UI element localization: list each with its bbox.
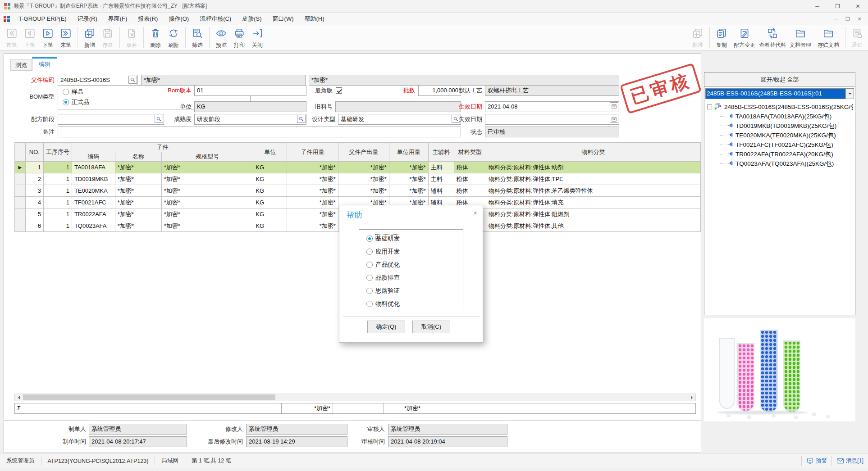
maturity-input[interactable]: 研发阶段 bbox=[194, 114, 306, 125]
parent-code-input[interactable]: 2485B-ESS-0016S bbox=[58, 75, 138, 86]
latest-version-checkbox[interactable] bbox=[336, 87, 342, 94]
table-cell[interactable]: 主料 bbox=[428, 162, 454, 173]
table-cell[interactable]: 粉体 bbox=[454, 173, 486, 185]
menu-item-5[interactable]: 操作(O) bbox=[163, 13, 194, 25]
table-cell[interactable]: *加密* bbox=[161, 185, 253, 197]
menu-item-8[interactable]: 窗口(W) bbox=[267, 13, 299, 25]
table-cell[interactable]: *加密* bbox=[389, 173, 428, 185]
mdi-close-icon[interactable]: ✕ bbox=[854, 16, 865, 22]
table-cell[interactable]: 粉体 bbox=[454, 162, 486, 173]
scroll-right-icon[interactable] bbox=[688, 394, 695, 401]
table-cell[interactable]: 主料 bbox=[428, 173, 454, 185]
maturity-lookup-button[interactable] bbox=[297, 115, 306, 123]
table-cell[interactable]: *加密* bbox=[115, 173, 161, 185]
menu-item-1[interactable]: T-GROUP ERP(E) bbox=[13, 13, 72, 25]
table-cell[interactable]: *加密* bbox=[338, 185, 389, 197]
table-cell[interactable]: *加密* bbox=[287, 220, 338, 232]
table-cell[interactable]: *加密* bbox=[389, 162, 428, 173]
menu-item-6[interactable]: 流程审核(C) bbox=[194, 13, 237, 25]
bom-version-combo[interactable]: 2485B-ESS-0016S(2485B-ESS-0016S):01 bbox=[705, 88, 854, 99]
batch-input[interactable]: 1,000.000 bbox=[418, 85, 461, 96]
table-cell[interactable]: 3 bbox=[25, 185, 43, 197]
table-cell[interactable]: KG bbox=[253, 208, 287, 220]
table-cell[interactable]: 4 bbox=[25, 197, 43, 208]
table-cell[interactable]: *加密* bbox=[287, 197, 338, 208]
table-cell[interactable]: 物料分类:原材料:弹性体:助剂 bbox=[486, 162, 700, 173]
toolbar-view-substitute-button[interactable]: 查看替代料 bbox=[758, 25, 786, 49]
dialog-cancel-button[interactable]: 取消(C) bbox=[412, 321, 450, 333]
parent-code-lookup-button[interactable] bbox=[128, 76, 137, 84]
toolbar-doc-manage-button[interactable]: 文档管理 bbox=[786, 25, 814, 49]
table-cell[interactable]: *加密* bbox=[115, 208, 161, 220]
table-cell[interactable]: 5 bbox=[25, 208, 43, 220]
formula-stage-input[interactable] bbox=[58, 114, 164, 125]
table-cell[interactable]: *加密* bbox=[389, 185, 428, 197]
table-cell[interactable]: 物料分类:原材料:弹性体:其他 bbox=[486, 220, 700, 232]
expire-date-input[interactable] bbox=[485, 114, 619, 125]
table-cell[interactable]: 6 bbox=[25, 220, 43, 232]
table-cell[interactable]: KG bbox=[253, 162, 287, 173]
formula-stage-lookup-button[interactable] bbox=[155, 115, 163, 123]
table-cell[interactable]: *加密* bbox=[115, 220, 161, 232]
table-cell[interactable]: KG bbox=[253, 220, 287, 232]
effective-date-input[interactable]: 2021-04-08 bbox=[485, 101, 619, 112]
toolbar-refresh-button[interactable]: 刷新 bbox=[164, 25, 183, 49]
mdi-restore-icon[interactable]: ❐ bbox=[842, 16, 854, 22]
table-row[interactable]: 21TD0019MKB*加密**加密*KG*加密**加密**加密*主料粉体物料分… bbox=[15, 173, 701, 185]
scroll-left-icon[interactable] bbox=[15, 394, 23, 401]
combo-dropdown-icon[interactable] bbox=[845, 89, 854, 99]
menu-item-3[interactable]: 界面(F) bbox=[103, 13, 133, 25]
tree-item[interactable]: TD0019MKB(TD0019MKB)(25KG/包) bbox=[706, 121, 853, 131]
toolbar-doc-store-button[interactable]: 存贮文档 bbox=[814, 25, 842, 49]
collapse-icon[interactable] bbox=[707, 104, 712, 109]
table-cell[interactable]: 1 bbox=[43, 162, 72, 173]
window-close-button[interactable]: ✕ bbox=[848, 0, 868, 13]
table-cell[interactable]: 物料分类:原材料:弹性体:阻燃剂 bbox=[486, 208, 700, 220]
table-cell[interactable]: TE0020MKA bbox=[72, 185, 115, 197]
tree-item[interactable]: TR0022AFA(TR0022AFA)(20KG/包) bbox=[706, 149, 853, 159]
table-row[interactable]: 31TE0020MKA*加密**加密*KG*加密**加密**加密*辅料粉体物料分… bbox=[15, 185, 701, 197]
table-cell[interactable]: KG bbox=[253, 185, 287, 197]
dialog-option-4[interactable]: 品质排查 bbox=[366, 274, 463, 282]
table-cell[interactable]: *加密* bbox=[287, 185, 338, 197]
scrollbar-thumb[interactable] bbox=[23, 394, 275, 400]
table-cell[interactable]: *加密* bbox=[161, 197, 253, 208]
table-cell[interactable]: TR0022AFA bbox=[72, 208, 115, 220]
table-cell[interactable]: *加密* bbox=[287, 162, 338, 173]
expire-date-calendar-button[interactable] bbox=[610, 115, 618, 123]
table-cell[interactable]: 1 bbox=[43, 173, 72, 185]
table-cell[interactable]: *加密* bbox=[161, 173, 253, 185]
toolbar-last-button[interactable]: 末笔 bbox=[57, 25, 75, 49]
table-cell[interactable]: *加密* bbox=[287, 173, 338, 185]
toolbar-preview-button[interactable]: 预览 bbox=[212, 25, 230, 49]
table-cell[interactable]: 粉体 bbox=[454, 185, 486, 197]
table-cell[interactable]: TF0021AFC bbox=[72, 197, 115, 208]
table-cell[interactable]: *加密* bbox=[287, 208, 338, 220]
expand-collapse-all-button[interactable]: 展开/收起 全部 bbox=[704, 72, 855, 87]
table-cell[interactable]: *加密* bbox=[161, 220, 253, 232]
table-cell[interactable]: TA0018AFA bbox=[72, 162, 115, 173]
tab-browse[interactable]: 浏览 bbox=[10, 59, 32, 71]
table-cell[interactable]: *加密* bbox=[161, 162, 253, 173]
menu-item-4[interactable]: 报表(R) bbox=[132, 13, 163, 25]
table-cell[interactable]: 物料分类:原材料:弹性体:苯乙烯类弹性体 bbox=[486, 185, 700, 197]
toolbar-copy-button[interactable]: 复制 bbox=[713, 25, 731, 49]
table-cell[interactable]: 辅料 bbox=[428, 185, 454, 197]
bom-version-input[interactable]: 01 bbox=[194, 85, 306, 96]
table-cell[interactable]: *加密* bbox=[338, 162, 389, 173]
table-cell[interactable]: 物料分类:原材料:弹性体:TPE bbox=[486, 173, 700, 185]
table-cell[interactable]: 物料分类:原材料:弹性体:填充 bbox=[486, 197, 700, 208]
window-minimize-button[interactable]: ─ bbox=[807, 0, 827, 13]
toolbar-delete-button[interactable]: 删除 bbox=[146, 25, 164, 49]
table-cell[interactable]: *加密* bbox=[115, 197, 161, 208]
table-cell[interactable]: 1 bbox=[25, 162, 43, 173]
table-cell[interactable]: KG bbox=[253, 197, 287, 208]
message-item[interactable]: 消息[1] bbox=[832, 457, 868, 465]
dialog-option-6[interactable]: 物料优化 bbox=[366, 300, 463, 308]
table-row[interactable]: ▶11TA0018AFA*加密**加密*KG*加密**加密**加密*主料粉体物料… bbox=[15, 162, 701, 173]
effective-date-calendar-button[interactable] bbox=[610, 102, 618, 110]
dialog-ok-button[interactable]: 确定(Q) bbox=[367, 321, 405, 333]
tree-root-item[interactable]: 2485B-ESS-0016S(2485B-ESS-0016S)(25KG/包) bbox=[706, 102, 853, 112]
table-cell[interactable]: *加密* bbox=[161, 208, 253, 220]
mdi-minimize-icon[interactable]: ─ bbox=[830, 16, 842, 22]
